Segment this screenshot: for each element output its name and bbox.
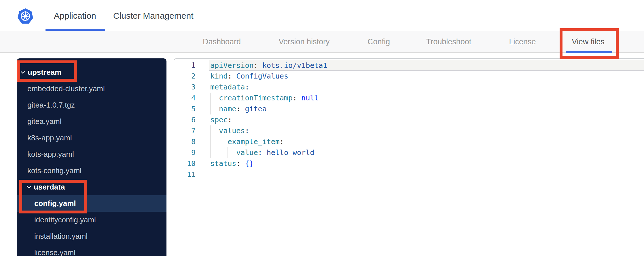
line-number: 2 (174, 71, 198, 82)
tree-item-label: config.yaml (34, 199, 76, 208)
line-number: 8 (174, 136, 198, 147)
subnav-tab-view-files[interactable]: View files (572, 31, 605, 52)
subnav-tab-license[interactable]: License (509, 31, 536, 52)
subnav-tab-troubleshoot[interactable]: Troubleshoot (426, 31, 471, 52)
indent-guide (210, 93, 211, 104)
tree-file-kots-config-yaml[interactable]: kots-config.yaml (17, 163, 166, 179)
tree-file-gitea-1-0-7-tgz[interactable]: gitea-1.0.7.tgz (17, 97, 166, 113)
indent-guide (228, 147, 228, 158)
code-text: apiVersion: kots.io/v1beta1 (209, 60, 644, 71)
tree-item-label: installation.yaml (34, 232, 88, 241)
tree-item-label: kots-config.yaml (27, 166, 82, 175)
line-number: 5 (174, 104, 198, 114)
code-line-10: 10status: {} (174, 158, 644, 169)
tree-file-installation-yaml[interactable]: installation.yaml (17, 228, 166, 244)
tree-item-label: kots-app.yaml (27, 150, 74, 159)
code-line-2: 2kind: ConfigValues (174, 71, 644, 82)
code-text: spec: (209, 114, 644, 125)
code-text: name: gitea (209, 104, 644, 114)
chevron-down-icon (27, 186, 31, 189)
code-text: metadata: (209, 82, 644, 93)
chevron-down-icon (21, 71, 25, 74)
indent-guide (219, 136, 219, 147)
code-text: values: (209, 125, 644, 136)
indent-guide (210, 125, 211, 136)
line-number: 10 (174, 158, 198, 169)
tree-file-embedded-cluster-yaml[interactable]: embedded-cluster.yaml (17, 81, 166, 97)
code-text: status: {} (209, 158, 644, 169)
file-tree-sidebar: upstreamembedded-cluster.yamlgitea-1.0.7… (17, 58, 166, 256)
indent-guide (210, 147, 211, 158)
tree-file-identityconfig-yaml[interactable]: identityconfig.yaml (17, 212, 166, 228)
code-line-5: 5 name: gitea (174, 104, 644, 114)
app-subnav: DashboardVersion historyConfigTroublesho… (0, 31, 644, 53)
code-line-8: 8 example_item: (174, 136, 644, 147)
code-line-7: 7 values: (174, 125, 644, 136)
view-files-active-underline (566, 51, 612, 53)
tree-file-config-yaml[interactable]: config.yaml (17, 195, 166, 212)
tree-file-kots-app-yaml[interactable]: kots-app.yaml (17, 146, 166, 163)
tree-file-license-yaml[interactable]: license.yaml (17, 244, 166, 256)
tree-file-k8s-app-yaml[interactable]: k8s-app.yaml (17, 130, 166, 146)
tree-item-label: embedded-cluster.yaml (27, 84, 105, 93)
tab-cluster-management[interactable]: Cluster Management (113, 11, 193, 21)
code-text: example_item: (209, 136, 644, 147)
subnav-tab-version-history[interactable]: Version history (279, 31, 329, 52)
app-header: Application Cluster Management (0, 0, 644, 31)
kubernetes-logo-icon (17, 8, 33, 24)
subnav-tab-config[interactable]: Config (368, 31, 390, 52)
indent-guide (210, 136, 211, 147)
code-line-11: 11 (174, 169, 644, 180)
code-text: value: hello world (209, 147, 644, 158)
code-text (209, 169, 644, 180)
tree-item-label: identityconfig.yaml (34, 215, 96, 224)
code-line-4: 4 creationTimestamp: null (174, 93, 644, 104)
code-text: creationTimestamp: null (209, 93, 644, 104)
code-line-1: 1apiVersion: kots.io/v1beta1 (174, 60, 644, 71)
code-line-3: 3metadata: (174, 82, 644, 93)
tree-file-gitea-yaml[interactable]: gitea.yaml (17, 113, 166, 130)
code-line-6: 6spec: (174, 114, 644, 125)
subnav-tab-dashboard[interactable]: Dashboard (203, 31, 241, 52)
tree-item-label: gitea.yaml (27, 117, 62, 126)
line-number: 4 (174, 93, 198, 104)
tree-item-label: k8s-app.yaml (27, 133, 72, 142)
indent-guide (210, 104, 211, 114)
line-number: 11 (174, 169, 198, 180)
tree-item-label: upstream (28, 68, 61, 77)
line-number: 9 (174, 147, 198, 158)
line-number: 7 (174, 125, 198, 136)
line-number: 6 (174, 114, 198, 125)
tree-folder-upstream[interactable]: upstream (17, 64, 166, 81)
line-number: 1 (174, 60, 198, 71)
yaml-file-viewer[interactable]: 1apiVersion: kots.io/v1beta12kind: Confi… (174, 58, 644, 256)
tree-item-label: license.yaml (34, 248, 75, 256)
indent-guide (219, 147, 219, 158)
kots-admin-console: Application Cluster Management Dashboard… (0, 0, 644, 256)
tree-item-label: userdata (34, 183, 65, 192)
active-tab-underline (46, 29, 105, 31)
line-number: 3 (174, 82, 198, 93)
tree-item-label: gitea-1.0.7.tgz (27, 101, 75, 110)
tab-application[interactable]: Application (54, 11, 96, 21)
code-line-9: 9 value: hello world (174, 147, 644, 158)
tree-folder-userdata[interactable]: userdata (17, 179, 166, 195)
code-text: kind: ConfigValues (209, 71, 644, 82)
